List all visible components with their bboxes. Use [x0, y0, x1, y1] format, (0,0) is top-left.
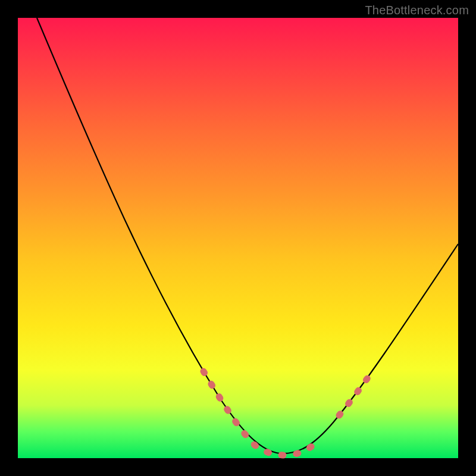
bottleneck-curve	[37, 18, 458, 453]
watermark-text: TheBottleneck.com	[365, 4, 469, 17]
curve-svg	[18, 18, 458, 458]
chart-frame: TheBottleneck.com	[0, 0, 476, 476]
plot-area	[18, 18, 458, 458]
